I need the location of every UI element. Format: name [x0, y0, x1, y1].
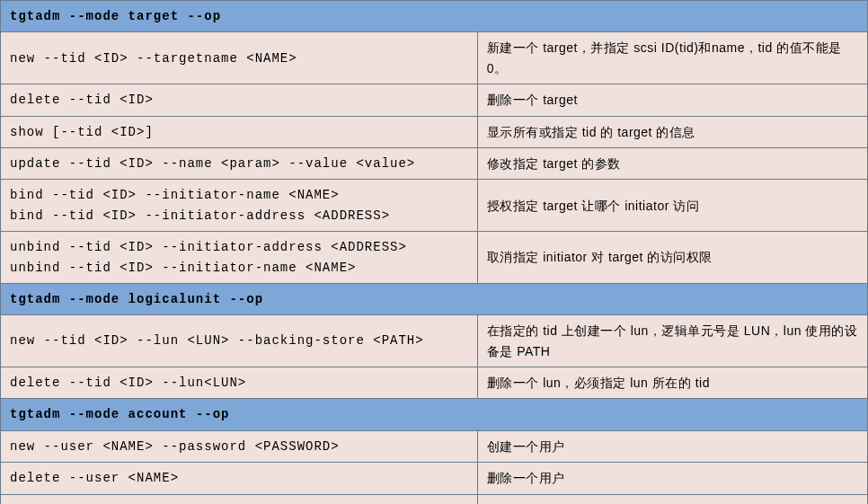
description-cell: 在指定的 tid 上创建一个 lun，逻辑单元号是 LUN，lun 使用的设备是…	[477, 315, 867, 367]
command-cell: delete --user <NAME>	[1, 463, 478, 494]
description-cell: 删除一个 lun，必须指定 lun 所在的 tid	[477, 367, 867, 399]
tgtadm-reference-table: tgtadm --mode target --op new --tid <ID>…	[0, 0, 868, 504]
description-cell: 新建一个 target，并指定 scsi ID(tid)和name，tid 的值…	[477, 32, 867, 84]
command-cell: delete --tid <ID>	[1, 84, 478, 116]
command-cell: delete --tid <ID> --lun<LUN>	[1, 367, 478, 399]
description-cell: 授权指定 target 让哪个 initiator 访问	[477, 180, 867, 232]
description-cell: 创建一个用户	[477, 430, 867, 462]
command-cell: update --tid <ID> --name <param> --value…	[1, 147, 478, 179]
description-cell: 显示所有或指定 tid 的 target 的信息	[477, 116, 867, 147]
command-cell: new --tid <ID> --lun <LUN> --backing-sto…	[1, 315, 478, 367]
command-cell: bind --tid <ID> --initiator-name <NAME> …	[1, 180, 478, 232]
section-header: tgtadm --mode logicalunit --op	[1, 283, 868, 314]
section-header: tgtadm --mode account --op	[1, 399, 868, 430]
description-cell: 删除一个 target	[477, 84, 867, 116]
table: tgtadm --mode target --op new --tid <ID>…	[0, 0, 868, 504]
description-cell: 绑定用户到指定的 tid	[477, 494, 867, 504]
description-cell: 取消指定 initiator 对 target 的访问权限	[477, 232, 867, 284]
command-cell: show [--tid <ID>]	[1, 116, 478, 147]
command-cell: new --tid <ID> --targetname <NAME>	[1, 32, 478, 84]
command-cell: bind --tid <ID> --user <NAME>	[1, 494, 478, 504]
command-cell: unbind --tid <ID> --initiator-address <A…	[1, 232, 478, 284]
description-cell: 删除一个用户	[477, 463, 867, 494]
description-cell: 修改指定 target 的参数	[477, 147, 867, 179]
section-header: tgtadm --mode target --op	[1, 1, 868, 32]
command-cell: new --user <NAME> --password <PASSWORD>	[1, 430, 478, 462]
